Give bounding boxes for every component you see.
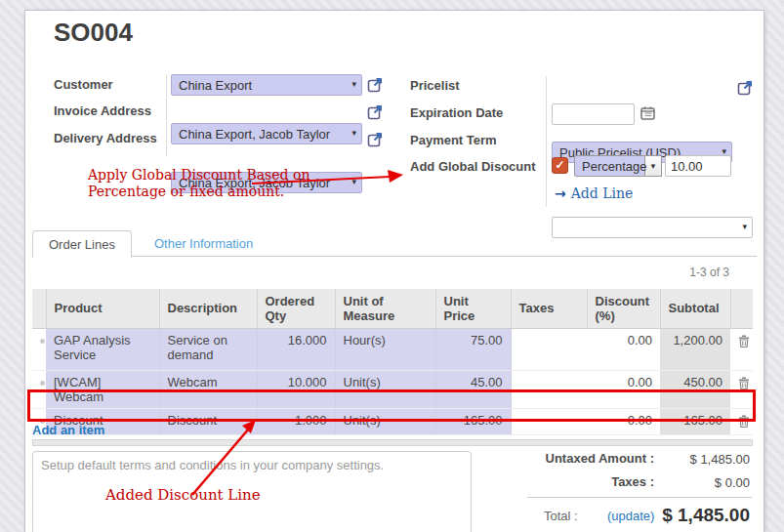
order-line-row-discount[interactable]: Discount Discount 1.000 Unit(s) -165.00 … bbox=[32, 408, 753, 434]
drag-dot-icon bbox=[40, 339, 45, 344]
delivery-address-open-record-icon[interactable] bbox=[367, 132, 383, 147]
tab-order-lines[interactable]: Order Lines bbox=[32, 230, 132, 258]
cell-discount: 0.00 bbox=[587, 408, 660, 434]
cell-uom: Unit(s) bbox=[335, 370, 435, 408]
discount-type-select[interactable]: Percentage bbox=[574, 155, 645, 177]
cell-product: GAP Analysis Service bbox=[46, 328, 159, 370]
arrow-right-icon: → bbox=[555, 185, 566, 201]
cell-qty: 10.000 bbox=[257, 370, 335, 408]
chevron-down-icon: ▾ bbox=[351, 79, 356, 89]
chevron-down-icon: ▾ bbox=[351, 128, 356, 138]
invoice-address-select[interactable]: China Export, Jacob Taylor ▾ bbox=[171, 123, 362, 144]
col-unit-of-measure[interactable]: Unit of Measure bbox=[335, 289, 435, 328]
cell-discount: 0.00 bbox=[587, 370, 660, 408]
trash-icon[interactable] bbox=[738, 377, 745, 392]
trash-icon[interactable] bbox=[738, 335, 745, 350]
expiration-date-input[interactable] bbox=[552, 103, 635, 125]
global-discount-checkbox[interactable]: ✓ bbox=[552, 157, 568, 174]
customer-select[interactable]: China Export ▾ bbox=[171, 74, 362, 96]
annotation-global-discount: Apply Global Discount Based on Percentag… bbox=[88, 167, 309, 200]
order-lines-table-wrapper: Product Description Ordered Qty Unit of … bbox=[32, 289, 753, 435]
col-product[interactable]: Product bbox=[46, 289, 159, 328]
total-value: $ 1,485.00 bbox=[613, 505, 750, 526]
col-taxes[interactable]: Taxes bbox=[511, 289, 587, 328]
check-icon: ✓ bbox=[555, 158, 564, 172]
add-line-label: Add Line bbox=[571, 185, 634, 201]
cell-subtotal: -165.00 bbox=[660, 408, 730, 434]
cell-delete bbox=[730, 328, 753, 370]
invoice-address-value: China Export, Jacob Taylor bbox=[179, 127, 330, 142]
taxes-value: $ 0.00 bbox=[652, 475, 750, 490]
col-description[interactable]: Description bbox=[159, 289, 257, 328]
cell-description: Webcam bbox=[159, 370, 257, 408]
cell-uom: Unit(s) bbox=[335, 408, 435, 434]
add-an-item-link[interactable]: Add an item bbox=[32, 423, 104, 437]
add-line-link[interactable]: →Add Line bbox=[555, 185, 633, 201]
totals-divider bbox=[527, 497, 752, 498]
cell-unit-price: -165.00 bbox=[435, 408, 511, 434]
list-resize-handle[interactable] bbox=[32, 439, 753, 446]
tab-order-lines-label: Order Lines bbox=[49, 237, 115, 252]
order-line-row[interactable]: GAP Analysis Service Service on demand 1… bbox=[32, 328, 753, 370]
row-drag-handle[interactable] bbox=[32, 370, 46, 408]
col-subtotal[interactable]: Subtotal bbox=[660, 289, 730, 328]
col-discount[interactable]: Discount (%) bbox=[587, 289, 660, 328]
customer-value: China Export bbox=[179, 78, 252, 93]
cell-delete bbox=[730, 370, 753, 408]
col-delete bbox=[730, 289, 753, 328]
chevron-down-icon: ▼ bbox=[649, 162, 657, 171]
cell-delete bbox=[730, 408, 753, 434]
col-ordered-qty[interactable]: Ordered Qty bbox=[257, 289, 335, 328]
expiration-date-label: Expiration Date bbox=[410, 105, 503, 120]
right-group-separator bbox=[546, 76, 547, 207]
cell-description: Discount bbox=[159, 408, 257, 434]
order-line-row[interactable]: [WCAM] Webcam Webcam 10.000 Unit(s) 45.0… bbox=[32, 370, 753, 408]
drag-dot-icon bbox=[40, 381, 45, 386]
invoice-address-open-record-icon[interactable] bbox=[367, 104, 383, 120]
discount-amount-input[interactable] bbox=[665, 155, 731, 177]
cell-taxes bbox=[511, 370, 587, 408]
cell-taxes bbox=[511, 408, 587, 434]
cell-unit-price: 45.00 bbox=[435, 370, 511, 408]
calendar-icon[interactable] bbox=[640, 105, 656, 121]
left-group-separator bbox=[166, 74, 167, 156]
cell-product: [WCAM] Webcam bbox=[46, 370, 159, 408]
trash-icon[interactable] bbox=[738, 415, 745, 430]
cell-subtotal: 450.00 bbox=[660, 370, 730, 408]
annotation-discount-line: Added Discount Line bbox=[105, 487, 261, 504]
discount-type-group: Percentage ▼ bbox=[574, 155, 662, 177]
list-pager: 1-3 of 3 bbox=[586, 266, 729, 279]
handle-column-header bbox=[32, 289, 46, 328]
untaxed-amount-label: Untaxed Amount : bbox=[488, 451, 654, 466]
annotation-line2: Percentage or fixed amount. bbox=[88, 184, 309, 200]
pricelist-open-record-icon[interactable] bbox=[737, 80, 753, 96]
page-title: SO004 bbox=[54, 18, 133, 48]
cell-taxes bbox=[511, 328, 587, 370]
cell-unit-price: 75.00 bbox=[435, 328, 511, 370]
total-label: Total : bbox=[544, 509, 578, 523]
annotation-line1: Apply Global Discount Based on bbox=[88, 167, 309, 184]
invoice-address-label: Invoice Address bbox=[54, 103, 151, 118]
discount-type-dropdown-button[interactable]: ▼ bbox=[645, 155, 662, 177]
payment-term-label: Payment Term bbox=[410, 133, 497, 147]
cell-qty: 16.000 bbox=[257, 328, 335, 370]
cell-description: Service on demand bbox=[159, 328, 257, 370]
customer-open-record-icon[interactable] bbox=[367, 77, 383, 93]
col-unit-price[interactable]: Unit Price bbox=[435, 289, 511, 328]
cell-qty: 1.000 bbox=[257, 408, 335, 434]
cell-uom: Hour(s) bbox=[335, 328, 435, 370]
global-discount-label: Add Global Disocunt bbox=[410, 159, 536, 174]
order-lines-table: Product Description Ordered Qty Unit of … bbox=[32, 289, 753, 435]
cell-discount: 0.00 bbox=[587, 328, 660, 370]
table-header-row: Product Description Ordered Qty Unit of … bbox=[32, 289, 753, 328]
cell-subtotal: 1,200.00 bbox=[660, 328, 730, 370]
notebook-tabbar: Order Lines Other Information bbox=[32, 230, 757, 257]
pricelist-label: Pricelist bbox=[410, 78, 460, 93]
tab-other-information[interactable]: Other Information bbox=[139, 230, 268, 257]
chevron-down-icon: ▾ bbox=[351, 177, 356, 186]
row-drag-handle[interactable] bbox=[32, 328, 46, 370]
discount-type-value: Percentage bbox=[582, 159, 647, 174]
untaxed-amount-value: $ 1,485.00 bbox=[652, 452, 750, 467]
customer-label: Customer bbox=[54, 77, 113, 92]
tab-other-information-label: Other Information bbox=[154, 236, 253, 251]
